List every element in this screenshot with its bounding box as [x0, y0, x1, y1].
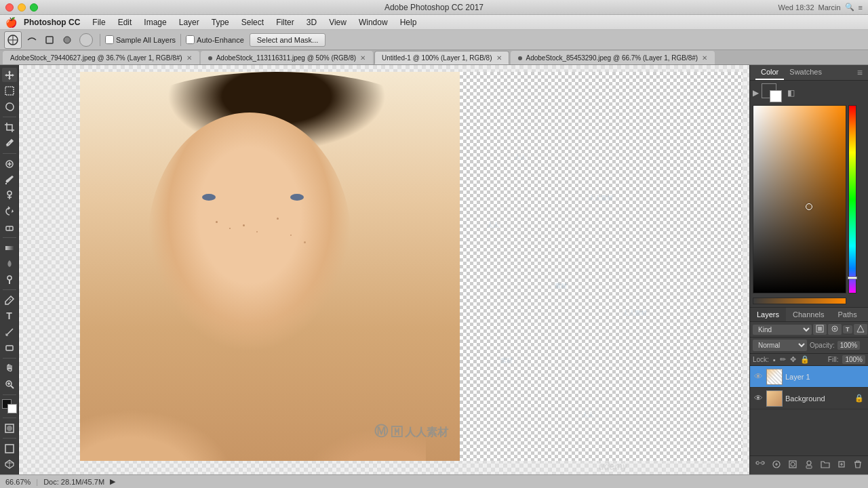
- color-forward-icon[interactable]: ▶: [753, 88, 759, 98]
- menu-file[interactable]: File: [87, 16, 111, 28]
- tool-crop[interactable]: [2, 120, 17, 134]
- tool-clone-stamp[interactable]: [2, 188, 17, 203]
- lock-transparent-icon[interactable]: ▪: [773, 356, 776, 364]
- tab-4[interactable]: AdobeStock_85453290.jpeg @ 66.7% (Layer …: [511, 51, 715, 64]
- select-and-mask-button[interactable]: Select and Mask...: [250, 33, 326, 47]
- filter-adjustment-btn[interactable]: [828, 324, 842, 335]
- add-mask-icon[interactable]: [785, 458, 800, 472]
- tool-text[interactable]: T: [2, 309, 17, 323]
- search-icon[interactable]: 🔍: [845, 3, 854, 12]
- layer-filter-kind[interactable]: Kind Name Effect Mode Attribute Color Sm…: [753, 325, 812, 335]
- layer1-visibility-icon[interactable]: 👁: [754, 371, 764, 382]
- menu-type[interactable]: Type: [206, 16, 235, 28]
- tab-3-close[interactable]: ✕: [496, 54, 502, 62]
- toolbar-brush-shape[interactable]: [4, 31, 22, 49]
- tool-pen[interactable]: [2, 293, 17, 307]
- lock-all-icon[interactable]: 🔒: [800, 355, 810, 364]
- filter-pixel-btn[interactable]: [813, 324, 827, 335]
- color-spectrum-wrapper[interactable]: [753, 105, 846, 293]
- tool-eraser[interactable]: [2, 220, 17, 235]
- tool-rect-select[interactable]: [2, 83, 17, 98]
- close-button[interactable]: [5, 3, 14, 12]
- menu-app-name[interactable]: Photoshop CC: [18, 16, 85, 28]
- background-name[interactable]: Background: [785, 394, 852, 403]
- fill-value[interactable]: 100%: [842, 355, 865, 364]
- menu-3d[interactable]: 3D: [301, 16, 322, 28]
- fg-bg-boxes[interactable]: [762, 83, 782, 102]
- toolbar-brush-mode-2[interactable]: [42, 33, 57, 47]
- channels-tab[interactable]: Channels: [786, 308, 831, 321]
- tool-eyedropper[interactable]: [2, 136, 17, 150]
- brush-size-preview[interactable]: [79, 33, 93, 47]
- filter-text-btn[interactable]: T: [843, 325, 852, 333]
- canvas-document[interactable]: 人人 素材 人人 素材 人人 人人素材 人人素材 素材 Ⓜ 🄼 人人素材: [80, 72, 743, 461]
- maximize-button[interactable]: [30, 3, 38, 12]
- menu-layer[interactable]: Layer: [174, 16, 205, 28]
- menu-window[interactable]: Window: [353, 16, 393, 28]
- tool-zoom[interactable]: [2, 377, 17, 391]
- panel-menu-icon[interactable]: ≡: [857, 67, 863, 78]
- tool-blur[interactable]: [2, 256, 17, 270]
- lock-image-icon[interactable]: ✏: [780, 355, 786, 364]
- tool-history-brush[interactable]: [2, 204, 17, 218]
- canvas-area[interactable]: 人人 素材 人人 素材 人人 人人素材 人人素材 素材 Ⓜ 🄼 人人素材 ude…: [19, 65, 749, 474]
- sample-all-layers-input[interactable]: [105, 35, 114, 44]
- add-style-icon[interactable]: [769, 458, 784, 472]
- color-boxes[interactable]: [2, 399, 17, 413]
- alpha-strip[interactable]: [753, 298, 846, 304]
- auto-enhance-input[interactable]: [186, 35, 195, 44]
- tool-heal[interactable]: [2, 157, 17, 171]
- tool-measure[interactable]: [2, 325, 17, 339]
- toolbar-brush-mode-3[interactable]: [60, 33, 75, 47]
- tool-hand[interactable]: [2, 361, 17, 375]
- add-group-icon[interactable]: [818, 458, 833, 472]
- minimize-button[interactable]: [18, 3, 26, 12]
- add-adjustment-icon[interactable]: [802, 458, 816, 472]
- tab-1-close[interactable]: ✕: [186, 54, 192, 62]
- delete-layer-icon[interactable]: [850, 458, 865, 472]
- hue-strip[interactable]: [848, 105, 856, 293]
- add-link-icon[interactable]: [753, 458, 768, 472]
- layer-item-background[interactable]: 👁 Background 🔒: [750, 388, 868, 409]
- color-spectrum[interactable]: [753, 105, 846, 293]
- tab-2-close[interactable]: ✕: [360, 54, 366, 62]
- tab-2[interactable]: AdobeStock_113116311.jpeg @ 50% (RGB/8) …: [201, 51, 373, 64]
- tool-lasso[interactable]: [2, 100, 17, 114]
- tool-3d[interactable]: [2, 458, 17, 472]
- tab-1[interactable]: AdobeStock_79440627.jpeg @ 36.7% (Layer …: [3, 51, 199, 64]
- lock-position-icon[interactable]: ✥: [790, 355, 796, 364]
- color-panel-tab[interactable]: Color: [755, 65, 784, 80]
- auto-enhance-check[interactable]: Auto-Enhance: [186, 35, 244, 44]
- tab-3[interactable]: Untitled-1 @ 100% (Layer 1, RGB/8) ✕: [374, 51, 509, 64]
- blend-mode-select[interactable]: Normal Dissolve Multiply Screen Overlay …: [753, 340, 807, 351]
- sample-all-layers-check[interactable]: Sample All Layers: [105, 35, 176, 44]
- tab-4-close[interactable]: ✕: [702, 54, 707, 62]
- menu-select[interactable]: Select: [236, 16, 269, 28]
- filter-shape-btn[interactable]: [854, 324, 867, 335]
- doc-info-arrow[interactable]: ▶: [110, 477, 115, 486]
- menu-edit[interactable]: Edit: [113, 16, 138, 28]
- tool-gradient[interactable]: [2, 241, 17, 255]
- toolbar-brush-mode-1[interactable]: [24, 33, 39, 47]
- notification-icon[interactable]: ≡: [859, 3, 863, 12]
- layers-tab[interactable]: Layers: [750, 308, 786, 321]
- layer-item-layer1[interactable]: 👁 Layer 1: [750, 366, 868, 388]
- layer1-name[interactable]: Layer 1: [785, 373, 864, 381]
- menu-image[interactable]: Image: [138, 16, 172, 28]
- tool-dodge[interactable]: [2, 272, 17, 287]
- add-layer-icon[interactable]: [834, 458, 849, 472]
- menu-filter[interactable]: Filter: [271, 16, 300, 28]
- menu-help[interactable]: Help: [395, 16, 422, 28]
- tool-move[interactable]: [2, 68, 17, 82]
- tool-screen-mode[interactable]: [2, 441, 17, 455]
- layers-panel-menu[interactable]: ≡: [864, 308, 868, 321]
- quick-mask-icon[interactable]: ◧: [787, 88, 795, 98]
- swatches-panel-tab[interactable]: Swatches: [784, 65, 827, 80]
- paths-tab[interactable]: Paths: [831, 308, 864, 321]
- tool-shape[interactable]: [2, 340, 17, 354]
- photoshop-apple-icon[interactable]: 🍎: [5, 17, 17, 28]
- opacity-value[interactable]: 100%: [837, 341, 861, 350]
- background-swatch[interactable]: [770, 90, 782, 102]
- background-color-box[interactable]: [7, 404, 17, 413]
- tool-quick-mask[interactable]: [2, 421, 17, 435]
